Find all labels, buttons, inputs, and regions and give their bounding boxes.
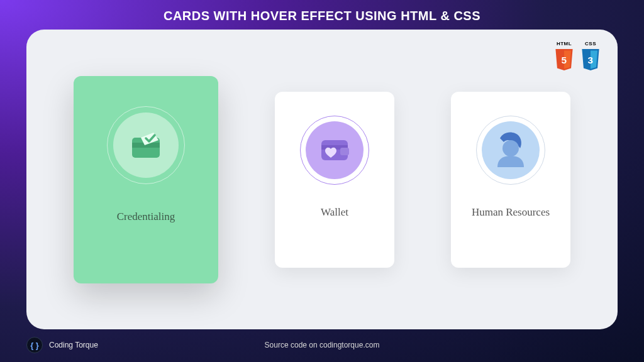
- credential-check-icon: [127, 126, 165, 164]
- svg-point-7: [502, 140, 519, 156]
- card-title: Credentialing: [117, 211, 175, 223]
- icon-ring: [476, 116, 545, 185]
- card-title: Wallet: [321, 206, 348, 219]
- brand[interactable]: { } Coding Torque: [26, 337, 98, 353]
- footer: { } Coding Torque Source code on codingt…: [0, 337, 644, 362]
- card-title: Human Resources: [472, 206, 550, 219]
- svg-text:5: 5: [562, 55, 567, 65]
- html-badge: HTML 5: [553, 41, 575, 72]
- demo-stage: HTML 5 CSS 3: [26, 30, 618, 329]
- css-badge: CSS 3: [580, 41, 601, 72]
- icon-ring: [300, 116, 369, 185]
- svg-rect-6: [340, 148, 349, 155]
- card-credentialing[interactable]: Credentialing: [74, 76, 218, 283]
- html-badge-label: HTML: [557, 41, 572, 47]
- brand-name: Coding Torque: [49, 341, 98, 349]
- brand-logo-icon: { }: [26, 337, 43, 353]
- source-link[interactable]: Source code on codingtorque.com: [265, 341, 380, 349]
- card-wallet[interactable]: Wallet: [275, 92, 394, 268]
- css3-icon: 3: [580, 48, 601, 72]
- svg-text:3: 3: [588, 55, 594, 65]
- card-human-resources[interactable]: Human Resources: [451, 92, 570, 268]
- person-avatar-icon: [489, 127, 533, 173]
- page-title: CARDS WITH HOVER EFFECT USING HTML & CSS: [0, 0, 644, 30]
- icon-ring: [107, 106, 185, 184]
- icon-disc: [113, 112, 179, 178]
- wallet-heart-icon: [318, 134, 352, 167]
- icon-disc: [306, 121, 364, 179]
- css-badge-label: CSS: [585, 41, 596, 47]
- tech-badges: HTML 5 CSS 3: [553, 41, 601, 72]
- html5-icon: 5: [553, 48, 575, 72]
- icon-disc: [482, 121, 540, 179]
